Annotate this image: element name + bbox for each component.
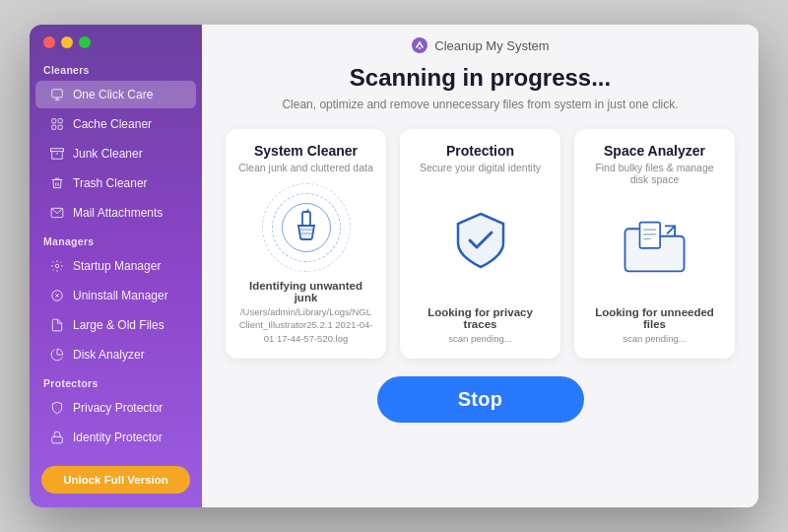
lock-icon xyxy=(49,430,65,445)
protection-subtitle: Secure your digital identity xyxy=(420,162,541,173)
svg-rect-4 xyxy=(58,119,62,123)
svg-point-10 xyxy=(55,264,59,268)
sidebar-item-large-old-files[interactable]: Large & Old Files xyxy=(35,311,196,339)
system-cleaner-illustration xyxy=(262,183,351,272)
protection-illustration xyxy=(446,183,515,299)
cleaners-section-label: Cleaners xyxy=(30,56,202,80)
sidebar-item-label: Cache Cleaner xyxy=(73,117,152,131)
cards-row: System Cleaner Clean junk and cluttered … xyxy=(226,129,735,359)
sidebar-item-label: Privacy Protector xyxy=(73,401,163,415)
sidebar-item-label: Uninstall Manager xyxy=(73,289,168,302)
svg-rect-21 xyxy=(640,222,661,247)
folder-search-icon xyxy=(618,215,691,279)
grid-icon xyxy=(49,116,65,132)
sidebar-item-label: Mail Attachments xyxy=(73,206,163,220)
trash-icon xyxy=(49,175,65,191)
shield-check-icon xyxy=(446,206,515,275)
managers-section-label: Managers xyxy=(30,228,202,251)
space-analyzer-detail: scan pending... xyxy=(623,332,686,345)
app-logo-icon xyxy=(411,36,428,54)
maximize-button[interactable] xyxy=(79,36,91,48)
space-analyzer-card: Space Analyzer Find bulky files & manage… xyxy=(574,129,735,359)
sidebar-item-startup-manager[interactable]: Startup Manager xyxy=(35,252,196,280)
sidebar-item-label: Startup Manager xyxy=(73,259,161,273)
main-content: Cleanup My System Scanning in progress..… xyxy=(202,25,758,507)
svg-point-16 xyxy=(419,47,421,49)
system-cleaner-detail: /Users/admin/Library/Logs/NGLClient_Illu… xyxy=(237,305,374,345)
content-area: Scanning in progress... Clean, optimize … xyxy=(202,60,758,507)
svg-line-25 xyxy=(668,226,676,233)
stop-button[interactable]: Stop xyxy=(377,376,584,423)
cursor-icon xyxy=(49,87,65,102)
x-circle-icon xyxy=(49,288,65,303)
svg-rect-17 xyxy=(302,212,310,226)
sidebar-item-cache-cleaner[interactable]: Cache Cleaner xyxy=(35,110,196,138)
file-icon xyxy=(49,317,65,333)
broom-svg-icon xyxy=(289,208,324,243)
svg-rect-0 xyxy=(52,90,63,98)
svg-rect-7 xyxy=(51,149,64,152)
space-analyzer-subtitle: Find bulky files & manage disk space xyxy=(586,162,723,185)
system-cleaner-card: System Cleaner Clean junk and cluttered … xyxy=(226,129,386,359)
app-title: Cleanup My System xyxy=(434,38,549,53)
sidebar-item-one-click-care[interactable]: One Click Care xyxy=(35,81,196,108)
protection-detail: scan pending... xyxy=(448,332,511,345)
settings-icon xyxy=(49,258,65,274)
sidebar-item-uninstall-manager[interactable]: Uninstall Manager xyxy=(35,282,196,309)
protection-title: Protection xyxy=(446,143,514,159)
sidebar-item-disk-analyzer[interactable]: Disk Analyzer xyxy=(35,341,196,368)
sidebar-item-label: Trash Cleaner xyxy=(73,176,148,190)
svg-rect-5 xyxy=(52,125,56,129)
space-analyzer-status: Looking for unneeded files xyxy=(586,306,723,330)
shield-icon xyxy=(49,400,65,416)
scan-title: Scanning in progress... xyxy=(350,64,611,92)
protection-card: Protection Secure your digital identity … xyxy=(400,129,560,359)
svg-point-15 xyxy=(412,37,427,53)
mail-icon xyxy=(49,205,65,221)
pie-chart-icon xyxy=(49,347,65,363)
sidebar-item-label: One Click Care xyxy=(73,88,153,101)
sidebar-item-privacy-protector[interactable]: Privacy Protector xyxy=(35,394,196,422)
scan-subtitle: Clean, optimize and remove unnecessary f… xyxy=(282,98,678,111)
protection-status: Looking for privacy traces xyxy=(412,306,549,330)
sidebar-item-junk-cleaner[interactable]: Junk Cleaner xyxy=(35,140,196,167)
unlock-full-version-button[interactable]: Unlock Full Version xyxy=(41,466,190,494)
sidebar-item-label: Identity Protector xyxy=(73,431,163,444)
space-analyzer-illustration xyxy=(618,195,691,299)
sidebar-item-label: Large & Old Files xyxy=(73,318,164,332)
svg-rect-6 xyxy=(58,125,62,129)
svg-rect-3 xyxy=(52,119,56,123)
sidebar-item-mail-attachments[interactable]: Mail Attachments xyxy=(35,199,196,227)
protectors-section-label: Protectors xyxy=(30,369,202,393)
system-cleaner-subtitle: Clean junk and cluttered data xyxy=(238,162,373,173)
space-analyzer-title: Space Analyzer xyxy=(604,143,705,159)
system-cleaner-status: Identifying unwanted junk xyxy=(237,280,374,303)
minimize-button[interactable] xyxy=(61,36,73,48)
topbar: Cleanup My System xyxy=(202,25,758,60)
system-cleaner-title: System Cleaner xyxy=(254,143,358,159)
sidebar-item-trash-cleaner[interactable]: Trash Cleaner xyxy=(35,169,196,197)
close-button[interactable] xyxy=(43,36,55,48)
app-window: Cleaners One Click Care Cache Cleaner Ju… xyxy=(30,25,758,507)
svg-rect-14 xyxy=(52,436,63,442)
sidebar-item-identity-protector[interactable]: Identity Protector xyxy=(35,424,196,451)
sidebar: Cleaners One Click Care Cache Cleaner Ju… xyxy=(30,25,202,507)
traffic-lights xyxy=(30,25,202,56)
sidebar-item-label: Junk Cleaner xyxy=(73,147,143,161)
sidebar-item-label: Disk Analyzer xyxy=(73,348,145,362)
package-icon xyxy=(49,146,65,162)
